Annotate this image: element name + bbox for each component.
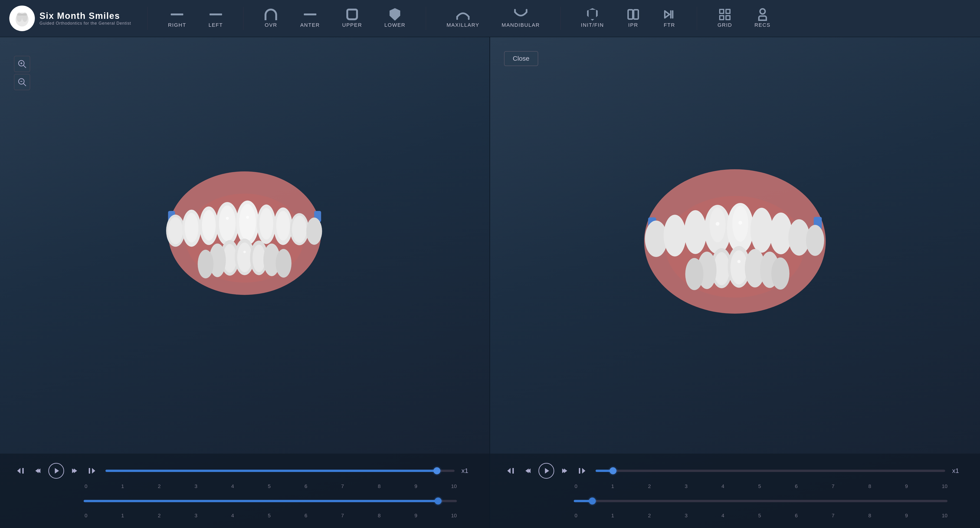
left-skip-start-button[interactable]	[14, 464, 27, 477]
recs-icon	[756, 9, 770, 20]
left-lower-slider-track[interactable]	[84, 500, 457, 502]
logo-text: Six Month Smiles Guided Orthodontics for…	[40, 11, 131, 26]
tick-2: 2	[158, 483, 161, 490]
right-dental-model	[628, 159, 842, 332]
svg-line-18	[24, 83, 26, 86]
left-step-back-button[interactable]	[31, 464, 44, 477]
nav-lower-label: LOWER	[384, 22, 406, 28]
nav-grid-label: GRID	[718, 22, 732, 28]
svg-point-39	[306, 217, 322, 245]
right-step-fwd-button[interactable]	[558, 464, 571, 477]
left-lower-slider-row	[84, 494, 476, 508]
nav-recs[interactable]: RECS	[750, 6, 775, 30]
right-transport	[504, 463, 589, 479]
right-icon	[170, 9, 184, 20]
tick-8: 8	[378, 483, 380, 490]
rltick-8: 8	[868, 513, 871, 519]
svg-point-38	[292, 215, 307, 243]
right-lower-slider-container	[574, 494, 948, 508]
right-dental-viewport[interactable]	[490, 37, 980, 454]
svg-point-26	[185, 213, 199, 242]
tick-7: 7	[341, 483, 344, 490]
nav-initfin[interactable]: INIT/FIN	[577, 6, 608, 30]
rltick-6: 6	[795, 513, 798, 519]
left-lower-numbers: 0 1 2 3 4 5 6 7 8 9 10	[84, 513, 476, 519]
close-button[interactable]: Close	[504, 51, 538, 66]
right-lower-slider-thumb[interactable]	[589, 498, 596, 504]
left-play-button[interactable]	[48, 463, 64, 479]
svg-rect-54	[22, 468, 24, 474]
left-lower-slider-container	[84, 494, 457, 508]
left-lower-slider-thumb[interactable]	[434, 498, 442, 504]
tick-4: 4	[231, 483, 234, 490]
left-upper-slider-track[interactable]	[105, 470, 455, 472]
right-lower-slider-track[interactable]	[574, 500, 948, 502]
rtick-5: 5	[758, 483, 761, 490]
svg-point-36	[276, 211, 290, 241]
svg-point-24	[168, 217, 183, 244]
app-title: Six Month Smiles	[40, 11, 131, 21]
right-lower-numbers: 0 1 2 3 4 5 6 7 8 9 10	[574, 513, 966, 519]
ltick-9: 9	[414, 513, 417, 519]
grid-icon	[718, 9, 732, 20]
nav-ipr-label: IPR	[628, 22, 638, 28]
svg-point-52	[243, 250, 246, 253]
nav-upper[interactable]: UPPER	[338, 6, 366, 30]
right-step-back-button[interactable]	[521, 464, 534, 477]
ltick-3: 3	[194, 513, 197, 519]
right-speed-label: x1	[952, 467, 966, 475]
svg-point-84	[685, 258, 703, 290]
zoom-controls	[14, 56, 30, 90]
left-step-fwd-button[interactable]	[68, 464, 81, 477]
right-play-button[interactable]	[538, 463, 554, 479]
svg-point-67	[663, 215, 686, 256]
svg-point-85	[772, 257, 789, 289]
right-upper-slider-thumb[interactable]	[609, 467, 616, 474]
right-lower-slider-row	[574, 494, 966, 508]
left-upper-slider-thumb[interactable]	[433, 467, 441, 474]
ltick-6: 6	[304, 513, 307, 519]
ltick-1: 1	[121, 513, 124, 519]
ovr-icon	[264, 9, 278, 20]
svg-rect-90	[512, 468, 514, 474]
tick-3: 3	[194, 483, 197, 490]
right-skip-start-button[interactable]	[504, 464, 517, 477]
nav-anter[interactable]: ANTER	[296, 6, 324, 30]
nav-mandibular-label: MANDIBULAR	[502, 22, 540, 28]
main-content: x1 0 1 2 3 4 5 6 7 8 9 10	[0, 37, 980, 528]
right-upper-numbers: 0 1 2 3 4 5 6 7 8 9 10	[574, 483, 966, 490]
svg-point-74	[806, 225, 824, 256]
left-skip-end-button[interactable]	[86, 464, 99, 477]
tick-9: 9	[414, 483, 417, 490]
nav-ftr[interactable]: FTR	[658, 6, 681, 30]
nav-mandibular[interactable]: MANDIBULAR	[498, 6, 544, 30]
app-subtitle: Guided Orthodontics for the General Dent…	[40, 21, 131, 26]
nav-ovr-label: OVR	[265, 22, 277, 28]
left-icon	[209, 9, 223, 20]
left-timeline-upper-row: x1	[14, 463, 476, 479]
nav-initfin-label: INIT/FIN	[581, 22, 604, 28]
nav-right[interactable]: RIGHT	[164, 6, 190, 30]
nav-left[interactable]: LEFT	[204, 6, 227, 30]
nav-maxillary[interactable]: MAXILLARY	[442, 6, 484, 30]
nav-lower[interactable]: LOWER	[380, 6, 410, 30]
ipr-icon	[626, 9, 640, 20]
left-dental-viewport[interactable]	[0, 37, 489, 454]
zoom-out-button[interactable]	[14, 74, 30, 90]
maxillary-icon	[456, 9, 470, 20]
right-timeline: x1 0 1 2 3 4 5 6 7 8 9 10	[490, 454, 980, 528]
nav-grid[interactable]: GRID	[713, 6, 737, 30]
ltick-8: 8	[378, 513, 380, 519]
svg-point-88	[738, 260, 741, 263]
zoom-in-button[interactable]	[14, 56, 30, 72]
right-upper-slider-track[interactable]	[596, 470, 945, 472]
svg-point-48	[198, 250, 213, 278]
upper-icon	[345, 9, 359, 20]
nav-ipr[interactable]: IPR	[622, 6, 644, 30]
logo-icon	[9, 6, 35, 31]
nav-ovr[interactable]: OVR	[260, 6, 282, 30]
right-skip-end-button[interactable]	[576, 464, 589, 477]
nav-left-label: LEFT	[208, 22, 223, 28]
left-timeline: x1 0 1 2 3 4 5 6 7 8 9 10	[0, 454, 489, 528]
ltick-4: 4	[231, 513, 234, 519]
